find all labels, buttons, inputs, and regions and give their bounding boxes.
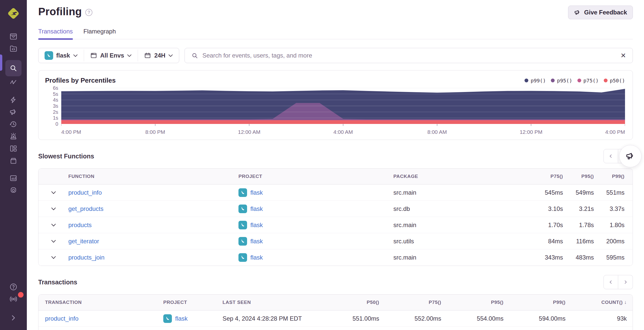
function-link[interactable]: products_join <box>68 254 238 261</box>
prev-page-button[interactable] <box>603 275 618 289</box>
p50-cell: 551.00ms <box>324 315 379 322</box>
chevron-down-icon <box>168 54 173 57</box>
p95-cell: 1.78s <box>563 222 594 229</box>
p99-cell: 595ms <box>594 254 625 261</box>
sidebar-item-feedback[interactable] <box>5 106 22 118</box>
sidebar-item-alerts[interactable] <box>5 130 22 142</box>
legend-dot <box>604 79 608 82</box>
series-area-p50[interactable] <box>61 120 625 124</box>
collapse-sidebar-icon[interactable] <box>5 312 22 324</box>
sidebar-item-releases[interactable] <box>5 155 22 167</box>
project-link[interactable]: flask <box>175 315 188 322</box>
project-cell: flask <box>238 221 393 229</box>
chevron-down-icon <box>73 54 78 57</box>
sidebar-item-performance[interactable] <box>5 94 22 106</box>
column-header-package: PACKAGE <box>393 174 533 179</box>
package-cell: src.utils <box>393 238 533 245</box>
table-row: get_iteratorflasksrc.utils84ms116ms200ms <box>38 233 633 249</box>
y-tick-label: 6s <box>53 85 58 91</box>
transactions-title: Transactions <box>38 279 77 286</box>
project-link[interactable]: flask <box>250 238 263 245</box>
legend-item-p95[interactable]: p95() <box>551 78 572 84</box>
help-icon[interactable] <box>5 281 22 293</box>
give-feedback-button[interactable]: Give Feedback <box>568 6 633 19</box>
date-range-dropdown[interactable]: 24H <box>138 48 179 63</box>
project-cell: flask <box>163 314 223 323</box>
column-header-function: FUNCTION <box>68 174 238 179</box>
chevron-down-icon <box>51 191 56 194</box>
function-link[interactable]: get_products <box>68 205 238 212</box>
project-link[interactable]: flask <box>250 189 263 196</box>
function-link[interactable]: products <box>68 222 238 229</box>
p99-cell: 3.37s <box>594 205 625 212</box>
column-header-count[interactable]: COUNT()↓ <box>566 300 627 305</box>
sort-descending-icon: ↓ <box>624 300 627 305</box>
chevron-down-icon <box>127 54 132 57</box>
chart-plot-area[interactable]: 4:00 PM8:00 PM12:00 AM4:00 AM8:00 AM12:0… <box>61 88 625 137</box>
function-link[interactable]: product_info <box>68 189 238 196</box>
column-header-p75: P75() <box>533 174 563 179</box>
package-cell: src.main <box>393 254 533 261</box>
sentry-logo-icon[interactable] <box>6 6 21 21</box>
legend-item-p75[interactable]: p75() <box>577 78 599 84</box>
chevron-left-icon <box>608 280 613 285</box>
page-help-icon[interactable]: ? <box>85 9 92 16</box>
chevron-left-icon <box>608 154 613 159</box>
p99-cell: 200ms <box>594 238 625 245</box>
transaction-link[interactable]: product_info <box>45 315 163 322</box>
next-page-button[interactable] <box>618 275 633 289</box>
legend-dot <box>577 79 581 82</box>
legend-item-p50[interactable]: p50() <box>604 78 625 84</box>
whats-new-broadcast-icon[interactable] <box>5 293 22 305</box>
tab-flamegraph[interactable]: Flamegraph <box>84 28 116 39</box>
environment-filter-dropdown[interactable]: All Envs <box>84 48 138 63</box>
chevron-down-icon <box>51 256 56 259</box>
sidebar-item-settings[interactable] <box>5 184 22 196</box>
sidebar-item-dashboards[interactable] <box>5 142 22 155</box>
p95-cell: 549ms <box>563 189 594 196</box>
sidebar-item-stats[interactable] <box>5 172 22 184</box>
project-link[interactable]: flask <box>250 222 263 229</box>
column-header-p95: P95() <box>441 300 504 305</box>
project-filter-dropdown[interactable]: flask <box>38 48 84 63</box>
p95-cell: 3.21s <box>563 205 594 212</box>
sidebar-item-traces[interactable] <box>5 76 22 88</box>
clear-search-icon[interactable]: ✕ <box>620 52 626 60</box>
y-tick-label: 3s <box>53 103 58 109</box>
floating-feedback-button[interactable] <box>619 145 641 167</box>
legend-item-p99[interactable]: p99() <box>525 78 546 84</box>
expand-row-button[interactable] <box>38 207 68 210</box>
sidebar-item-replays[interactable] <box>5 118 22 130</box>
package-cell: src.db <box>393 205 533 212</box>
y-tick-label: 1s <box>53 115 58 121</box>
chart-y-axis: 6s5s4s3s2s1s0 <box>45 88 61 126</box>
p99-cell: 1.80s <box>594 222 625 229</box>
x-tick-label: 12:00 AM <box>238 129 260 135</box>
project-cell: flask <box>238 237 393 246</box>
project-link[interactable]: flask <box>250 254 263 261</box>
give-feedback-label: Give Feedback <box>584 9 627 16</box>
expand-row-button[interactable] <box>38 191 68 194</box>
expand-row-button[interactable] <box>38 240 68 243</box>
p75-cell: 1.70s <box>533 222 563 229</box>
notification-dot <box>18 292 24 298</box>
flask-project-icon <box>163 314 172 323</box>
tab-transactions[interactable]: Transactions <box>38 28 73 39</box>
chevron-down-icon <box>51 240 56 243</box>
sidebar-item-projects[interactable] <box>5 43 22 55</box>
chevron-down-icon <box>51 207 56 210</box>
expand-row-button[interactable] <box>38 256 68 259</box>
search-input[interactable] <box>202 52 616 59</box>
percentile-area-chart[interactable] <box>61 88 625 126</box>
table-row: product_infoflaskSep 4, 2024 4:28:28 PM … <box>38 310 633 327</box>
function-link[interactable]: get_iterator <box>68 238 238 245</box>
sidebar-item-issues[interactable] <box>5 30 22 43</box>
sidebar-item-explore[interactable] <box>5 60 22 76</box>
expand-row-button[interactable] <box>38 224 68 227</box>
project-link[interactable]: flask <box>250 205 263 212</box>
table-row: product_infoflasksrc.main545ms549ms551ms <box>38 185 633 201</box>
prev-page-button[interactable] <box>603 149 618 163</box>
column-header-p75: P75() <box>379 300 441 305</box>
column-header-project: PROJECT <box>163 300 223 305</box>
legend-label: p50() <box>610 78 625 84</box>
